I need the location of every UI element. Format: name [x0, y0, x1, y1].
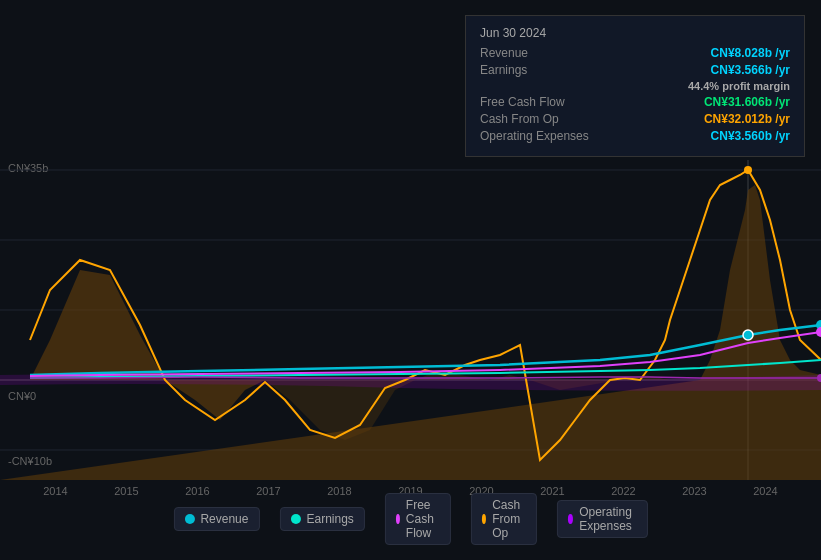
tooltip-cashop-row: Cash From Op CN¥32.012b /yr	[480, 112, 790, 126]
x-label-2014: 2014	[43, 485, 67, 497]
legend-fcf-label: Free Cash Flow	[406, 498, 440, 540]
chart-area	[0, 160, 821, 480]
legend-revenue-label: Revenue	[200, 512, 248, 526]
legend-fcf-dot	[396, 514, 400, 524]
legend-fcf[interactable]: Free Cash Flow	[385, 493, 451, 545]
legend-earnings-label: Earnings	[306, 512, 353, 526]
tooltip-revenue-label: Revenue	[480, 46, 528, 60]
tooltip-fcf-row: Free Cash Flow CN¥31.606b /yr	[480, 95, 790, 109]
data-tooltip: Jun 30 2024 Revenue CN¥8.028b /yr Earnin…	[465, 15, 805, 157]
tooltip-margin-value: 44.4% profit margin	[688, 80, 790, 92]
legend-revenue-dot	[184, 514, 194, 524]
x-label-2015: 2015	[114, 485, 138, 497]
chart-svg	[0, 160, 821, 480]
legend-cashop-label: Cash From Op	[492, 498, 526, 540]
chart-legend: Revenue Earnings Free Cash Flow Cash Fro…	[173, 493, 647, 545]
tooltip-fcf-label: Free Cash Flow	[480, 95, 565, 109]
legend-opex-dot	[568, 514, 573, 524]
x-label-2024: 2024	[753, 485, 777, 497]
tooltip-opex-value: CN¥3.560b /yr	[711, 129, 790, 143]
tooltip-earnings-row: Earnings CN¥3.566b /yr	[480, 63, 790, 77]
legend-earnings[interactable]: Earnings	[279, 507, 364, 531]
tooltip-earnings-label: Earnings	[480, 63, 527, 77]
legend-opex-label: Operating Expenses	[579, 505, 636, 533]
tooltip-earnings-value: CN¥3.566b /yr	[711, 63, 790, 77]
tooltip-opex-label: Operating Expenses	[480, 129, 589, 143]
tooltip-cashop-label: Cash From Op	[480, 112, 559, 126]
tooltip-fcf-value: CN¥31.606b /yr	[704, 95, 790, 109]
legend-cashop-dot	[482, 514, 486, 524]
legend-cashop[interactable]: Cash From Op	[471, 493, 537, 545]
tooltip-revenue-row: Revenue CN¥8.028b /yr	[480, 46, 790, 60]
tooltip-date: Jun 30 2024	[480, 26, 790, 40]
legend-opex[interactable]: Operating Expenses	[557, 500, 648, 538]
legend-earnings-dot	[290, 514, 300, 524]
tooltip-opex-row: Operating Expenses CN¥3.560b /yr	[480, 129, 790, 143]
svg-point-9	[744, 166, 752, 174]
legend-revenue[interactable]: Revenue	[173, 507, 259, 531]
x-label-2023: 2023	[682, 485, 706, 497]
tooltip-margin-row: 44.4% profit margin	[480, 80, 790, 92]
tooltip-cashop-value: CN¥32.012b /yr	[704, 112, 790, 126]
tooltip-revenue-value: CN¥8.028b /yr	[711, 46, 790, 60]
svg-point-7	[743, 330, 753, 340]
svg-point-10	[816, 327, 821, 337]
